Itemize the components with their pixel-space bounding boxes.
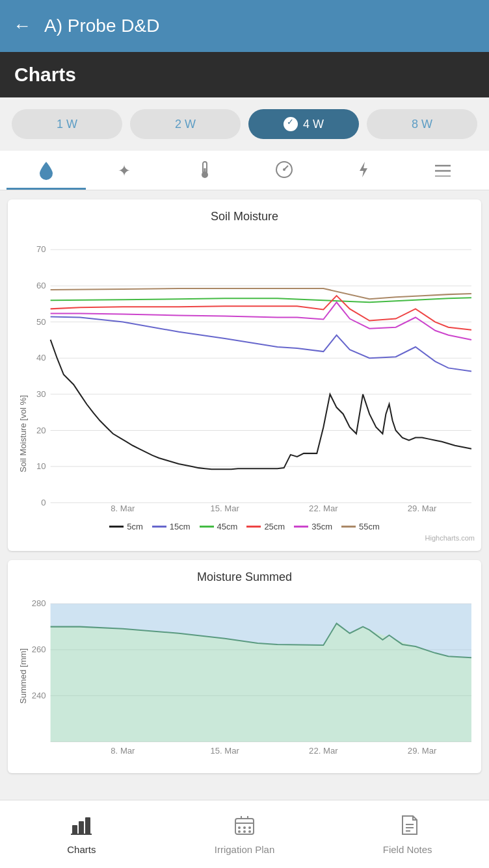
soil-moisture-svg: Soil Moisture [vol %] 70 60 50 40 30 20 … [14, 230, 475, 513]
legend-25cm: 25cm [246, 522, 285, 531]
time-btn-8w[interactable]: 8 W [367, 109, 477, 139]
svg-text:Summed [mm]: Summed [mm] [18, 648, 28, 704]
gauge-icon [274, 159, 295, 180]
svg-text:8. Mar: 8. Mar [111, 746, 135, 756]
svg-point-52 [238, 826, 241, 829]
time-filter-bar: 1 W 2 W ✓ 4 W 8 W [0, 97, 489, 151]
svg-text:22. Mar: 22. Mar [309, 504, 338, 513]
svg-text:10: 10 [36, 461, 46, 471]
svg-text:50: 50 [36, 317, 46, 327]
soil-moisture-legend: 5cm 15cm 45cm 25cm 35cm 55cm [14, 522, 475, 531]
svg-text:30: 30 [36, 389, 46, 399]
nav-item-irrigation[interactable]: Irrigation Plan [163, 800, 326, 868]
time-label-4w: 4 W [303, 118, 324, 131]
legend-35cm: 35cm [294, 522, 332, 531]
time-btn-4w[interactable]: ✓ 4 W [248, 109, 359, 139]
section-header: Charts [0, 52, 489, 97]
svg-text:20: 20 [36, 426, 46, 435]
svg-rect-48 [85, 817, 90, 834]
svg-text:29. Mar: 29. Mar [408, 504, 437, 513]
nav-item-charts[interactable]: Charts [0, 800, 163, 868]
legend-label-25cm: 25cm [264, 522, 285, 531]
svg-rect-46 [72, 825, 77, 834]
moisture-summed-title: Moisture Summed [14, 570, 475, 584]
svg-text:70: 70 [36, 244, 46, 254]
tab-sparkle[interactable]: ✦ [86, 151, 165, 190]
legend-line-35cm [294, 526, 308, 528]
svg-point-6 [283, 168, 285, 171]
tab-lines[interactable] [403, 151, 482, 190]
time-label-8w: 8 W [412, 118, 432, 131]
water-drop-icon [36, 159, 57, 180]
tab-temp[interactable] [165, 151, 244, 190]
svg-point-56 [243, 830, 246, 833]
legend-15cm: 15cm [152, 522, 191, 531]
lines-icon [432, 159, 453, 180]
svg-marker-7 [360, 162, 367, 177]
legend-label-15cm: 15cm [170, 522, 191, 531]
bottom-nav: Charts Irrigation Plan [0, 800, 489, 868]
svg-rect-47 [79, 821, 84, 834]
tab-gauge[interactable] [244, 151, 324, 190]
svg-text:280: 280 [32, 598, 46, 608]
soil-moisture-card: Soil Moisture Soil Moisture [vol %] 70 6… [8, 199, 481, 551]
nav-item-field[interactable]: Field Notes [326, 800, 489, 868]
nav-label-charts: Charts [67, 844, 96, 855]
legend-45cm: 45cm [200, 522, 238, 531]
back-button[interactable]: ← [13, 16, 31, 36]
svg-text:15. Mar: 15. Mar [210, 746, 239, 756]
sparkle-icon: ✦ [115, 159, 136, 180]
lightning-icon [353, 159, 374, 180]
legend-label-35cm: 35cm [311, 522, 332, 531]
nav-label-irrigation: Irrigation Plan [215, 844, 275, 855]
charts-icon [70, 813, 93, 840]
soil-moisture-title: Soil Moisture [14, 210, 475, 223]
svg-text:240: 240 [32, 691, 46, 700]
svg-text:8. Mar: 8. Mar [111, 504, 135, 513]
time-label-1w: 1 W [57, 118, 77, 131]
legend-line-25cm [246, 526, 261, 528]
svg-point-57 [248, 830, 251, 833]
tab-lightning[interactable] [324, 151, 403, 190]
legend-line-5cm [109, 526, 124, 528]
legend-label-55cm: 55cm [359, 522, 380, 531]
chart-type-tabs: ✦ [0, 151, 489, 190]
svg-text:60: 60 [36, 281, 46, 290]
svg-text:0: 0 [41, 498, 46, 507]
moisture-summed-svg: Summed [mm] 280 260 240 8. Mar 15. Mar 2… [14, 591, 475, 761]
time-btn-1w[interactable]: 1 W [12, 109, 122, 139]
svg-text:40: 40 [36, 353, 46, 363]
moisture-summed-card: Moisture Summed Summed [mm] 280 260 240 … [8, 560, 481, 773]
svg-text:29. Mar: 29. Mar [408, 746, 437, 756]
svg-rect-3 [204, 168, 206, 175]
section-title: Charts [14, 64, 475, 86]
app-header: ← A) Probe D&D [0, 0, 489, 52]
svg-text:15. Mar: 15. Mar [210, 504, 239, 513]
nav-label-field: Field Notes [383, 844, 432, 855]
legend-line-45cm [200, 526, 214, 528]
field-notes-icon [396, 813, 419, 840]
legend-55cm: 55cm [341, 522, 380, 531]
svg-text:✦: ✦ [118, 162, 131, 179]
svg-point-55 [238, 830, 241, 833]
time-label-2w: 2 W [175, 118, 196, 131]
svg-point-54 [248, 826, 251, 829]
svg-text:22. Mar: 22. Mar [309, 746, 338, 756]
svg-point-53 [243, 826, 246, 829]
page-title: A) Probe D&D [44, 16, 159, 36]
legend-label-5cm: 5cm [127, 522, 143, 531]
soil-moisture-chart: Soil Moisture [vol %] 70 60 50 40 30 20 … [14, 230, 475, 515]
legend-label-45cm: 45cm [217, 522, 238, 531]
legend-line-15cm [152, 526, 166, 528]
tab-moisture[interactable] [7, 151, 86, 190]
check-icon: ✓ [284, 117, 298, 131]
svg-text:260: 260 [32, 645, 46, 654]
thermometer-icon [194, 159, 215, 180]
svg-text:Soil Moisture [vol %]: Soil Moisture [vol %] [18, 395, 28, 472]
irrigation-icon [233, 813, 256, 840]
legend-line-55cm [341, 526, 356, 528]
highcharts-credit: Highcharts.com [14, 534, 475, 542]
legend-5cm: 5cm [109, 522, 143, 531]
moisture-summed-chart: Summed [mm] 280 260 240 8. Mar 15. Mar 2… [14, 591, 475, 764]
time-btn-2w[interactable]: 2 W [130, 109, 241, 139]
